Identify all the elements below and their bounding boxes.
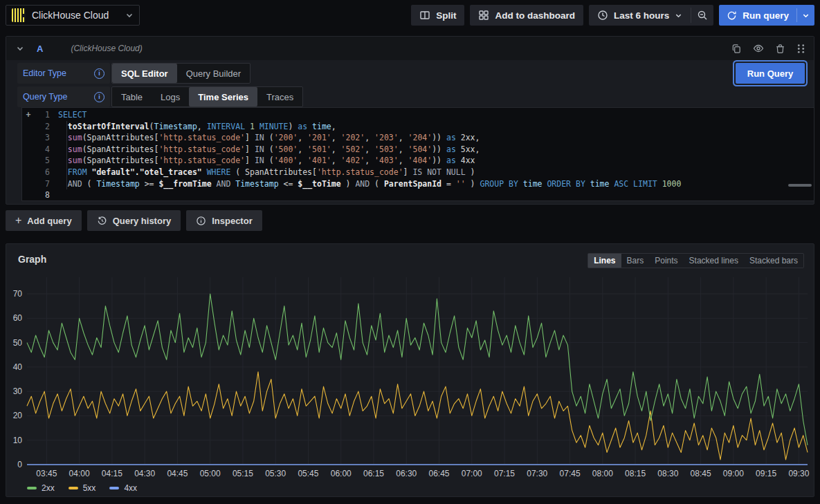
zoom-out-button[interactable] <box>691 5 713 26</box>
legend-swatch <box>69 487 78 489</box>
info-icon[interactable]: i <box>94 92 104 102</box>
x-axis-tick-label: 08:30 <box>657 469 678 478</box>
delete-query-trash-icon[interactable] <box>775 44 785 54</box>
drag-handle-icon[interactable] <box>796 44 805 54</box>
viz-mode-stacked-lines[interactable]: Stacked lines <box>684 254 744 268</box>
query-ref-id: A <box>37 44 43 54</box>
add-query-button[interactable]: + Add query <box>6 210 82 231</box>
line-number: 7 <box>35 178 50 190</box>
x-axis-tick-label: 08:45 <box>691 469 711 478</box>
code-text: AND ( Timestamp >= $__fromTime AND Times… <box>50 178 681 190</box>
x-axis-tick-label: 06:15 <box>363 469 384 478</box>
code-line-6: 6 FROM "default"."otel_traces" WHERE ( S… <box>22 167 814 178</box>
info-circle-icon <box>196 216 206 226</box>
legend-label: 5xx <box>83 483 96 493</box>
code-line-2: 2 toStartOfInterval(Timestamp, INTERVAL … <box>22 121 814 133</box>
editor-horizontal-scrollbar[interactable] <box>788 184 812 187</box>
inspector-button[interactable]: Inspector <box>186 210 262 231</box>
line-number: 4 <box>35 144 50 156</box>
viz-mode-bars[interactable]: Bars <box>621 254 650 268</box>
legend-item-4xx[interactable]: 4xx <box>109 483 137 493</box>
editor-type-option-query-builder[interactable]: Query Builder <box>177 64 250 83</box>
x-axis-tick-label: 05:15 <box>233 469 253 478</box>
y-axis-tick-label: 70 <box>13 289 23 299</box>
editor-type-segmented: SQL EditorQuery Builder <box>111 63 250 84</box>
code-text: SELECT <box>50 109 87 121</box>
viz-mode-points[interactable]: Points <box>649 254 683 268</box>
editor-type-option-sql-editor[interactable]: SQL Editor <box>112 64 177 83</box>
code-line-3: 3 sum(SpanAttributes['http.status_code']… <box>22 132 814 144</box>
sql-code-editor[interactable]: +1SELECT2 toStartOfInterval(Timestamp, I… <box>21 107 814 201</box>
legend-swatch <box>27 487 37 489</box>
query-type-option-logs[interactable]: Logs <box>152 87 189 106</box>
query-type-option-table[interactable]: Table <box>112 87 152 106</box>
split-button[interactable]: Split <box>411 5 464 26</box>
add-to-dashboard-label: Add to dashboard <box>495 10 575 21</box>
query-actions-row: + Add query Query history Inspector <box>6 210 262 231</box>
query-type-option-traces[interactable]: Traces <box>257 87 302 106</box>
top-bar: ClickHouse Cloud Split Add to dashboard … <box>0 0 820 30</box>
time-range-label: Last 6 hours <box>614 10 669 21</box>
datasource-name: ClickHouse Cloud <box>32 10 109 21</box>
editor-type-row: Editor Type i SQL EditorQuery Builder <box>17 63 250 84</box>
collapse-chevron-icon[interactable] <box>16 44 24 53</box>
legend-item-2xx[interactable]: 2xx <box>27 483 55 493</box>
datasource-picker[interactable]: ClickHouse Cloud <box>6 5 140 26</box>
toggle-visibility-eye-icon[interactable] <box>753 43 764 54</box>
chart-legend: 2xx5xx4xx <box>27 483 137 493</box>
query-history-button[interactable]: Query history <box>87 210 181 231</box>
y-axis-tick-label: 30 <box>13 386 23 396</box>
run-query-caret[interactable] <box>797 5 814 26</box>
x-axis-tick-label: 09:00 <box>723 469 744 478</box>
viz-mode-lines[interactable]: Lines <box>588 254 621 268</box>
y-axis-tick-label: 10 <box>13 436 23 445</box>
run-query-button[interactable]: Run query <box>719 5 796 26</box>
legend-swatch <box>109 487 119 489</box>
y-axis-tick-label: 60 <box>13 313 23 323</box>
code-line-7: 7 AND ( Timestamp >= $__fromTime AND Tim… <box>22 178 814 190</box>
query-type-option-time-series[interactable]: Time Series <box>189 87 257 106</box>
legend-label: 4xx <box>124 483 137 493</box>
info-icon[interactable]: i <box>94 68 104 79</box>
chevron-down-icon <box>802 12 810 19</box>
add-to-dashboard-button[interactable]: Add to dashboard <box>470 5 583 26</box>
zoom-out-icon <box>697 10 708 21</box>
x-axis-tick-label: 04:00 <box>69 469 90 478</box>
run-query-panel-button[interactable]: Run Query <box>736 63 805 84</box>
code-text: sum(SpanAttributes['http.status_code'] I… <box>50 132 480 144</box>
plus-icon: + <box>15 215 21 226</box>
legend-label: 2xx <box>42 483 55 493</box>
run-query-split-button[interactable]: Run query <box>719 5 814 26</box>
x-axis-tick-label: 09:15 <box>756 469 776 478</box>
chevron-down-icon <box>125 11 134 19</box>
viz-mode-stacked-bars[interactable]: Stacked bars <box>744 254 803 268</box>
editor-type-label: Editor Type i <box>17 63 110 84</box>
visualization-mode-group: LinesBarsPointsStacked linesStacked bars <box>587 253 804 268</box>
gutter-spacer <box>22 178 35 190</box>
timeseries-chart[interactable]: 01020304050607003:4504:0004:1504:3004:45… <box>6 272 815 479</box>
chevron-down-icon <box>675 12 682 19</box>
duplicate-query-icon[interactable] <box>731 44 742 54</box>
graph-panel: Graph LinesBarsPointsStacked linesStacke… <box>6 243 814 497</box>
code-line-4: 4 sum(SpanAttributes['http.status_code']… <box>22 144 814 156</box>
query-row-header[interactable]: A (ClickHouse Cloud) <box>6 37 814 60</box>
code-line-1: +1SELECT <box>22 109 814 121</box>
line-number: 2 <box>35 121 50 133</box>
x-axis-tick-label: 07:15 <box>494 469 515 478</box>
dashboard-grid-icon <box>478 10 489 21</box>
split-label: Split <box>436 10 456 21</box>
x-axis-tick-label: 04:45 <box>167 469 188 478</box>
x-axis-tick-label: 05:45 <box>298 469 318 478</box>
query-type-label: Query Type i <box>17 86 110 107</box>
y-axis-tick-label: 0 <box>17 460 22 469</box>
line-number: 5 <box>35 155 50 167</box>
graph-panel-title: Graph <box>18 254 46 265</box>
history-icon <box>97 216 107 226</box>
code-text: toStartOfInterval(Timestamp, INTERVAL 1 … <box>50 121 336 133</box>
series-line-2xx <box>27 294 808 445</box>
x-axis-tick-label: 06:00 <box>331 469 352 478</box>
x-axis-tick-label: 06:45 <box>428 469 449 478</box>
time-range-picker[interactable]: Last 6 hours <box>589 5 691 26</box>
x-axis-tick-label: 05:00 <box>200 469 221 478</box>
legend-item-5xx[interactable]: 5xx <box>69 483 96 493</box>
